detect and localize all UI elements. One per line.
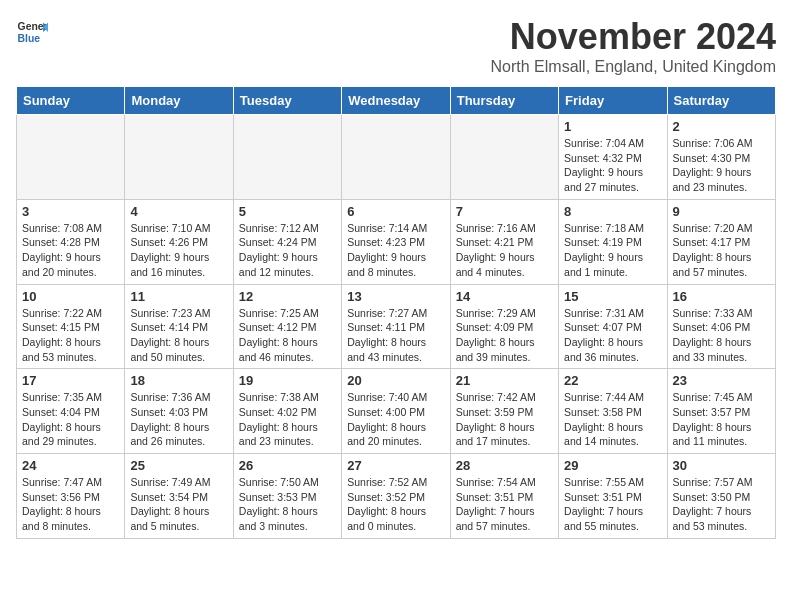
day-info: Sunrise: 7:57 AM Sunset: 3:50 PM Dayligh… <box>673 475 770 534</box>
day-info: Sunrise: 7:14 AM Sunset: 4:23 PM Dayligh… <box>347 221 444 280</box>
calendar-cell <box>125 115 233 200</box>
day-number: 15 <box>564 289 661 304</box>
day-number: 26 <box>239 458 336 473</box>
day-info: Sunrise: 7:10 AM Sunset: 4:26 PM Dayligh… <box>130 221 227 280</box>
day-info: Sunrise: 7:50 AM Sunset: 3:53 PM Dayligh… <box>239 475 336 534</box>
day-info: Sunrise: 7:12 AM Sunset: 4:24 PM Dayligh… <box>239 221 336 280</box>
day-info: Sunrise: 7:18 AM Sunset: 4:19 PM Dayligh… <box>564 221 661 280</box>
calendar-cell: 27Sunrise: 7:52 AM Sunset: 3:52 PM Dayli… <box>342 454 450 539</box>
calendar-cell: 5Sunrise: 7:12 AM Sunset: 4:24 PM Daylig… <box>233 199 341 284</box>
day-info: Sunrise: 7:23 AM Sunset: 4:14 PM Dayligh… <box>130 306 227 365</box>
logo: General Blue <box>16 16 48 48</box>
day-number: 18 <box>130 373 227 388</box>
day-number: 30 <box>673 458 770 473</box>
calendar-cell: 9Sunrise: 7:20 AM Sunset: 4:17 PM Daylig… <box>667 199 775 284</box>
calendar-cell <box>450 115 558 200</box>
day-info: Sunrise: 7:52 AM Sunset: 3:52 PM Dayligh… <box>347 475 444 534</box>
day-number: 12 <box>239 289 336 304</box>
day-info: Sunrise: 7:44 AM Sunset: 3:58 PM Dayligh… <box>564 390 661 449</box>
calendar-cell: 2Sunrise: 7:06 AM Sunset: 4:30 PM Daylig… <box>667 115 775 200</box>
day-number: 11 <box>130 289 227 304</box>
day-info: Sunrise: 7:54 AM Sunset: 3:51 PM Dayligh… <box>456 475 553 534</box>
day-number: 14 <box>456 289 553 304</box>
calendar-cell: 3Sunrise: 7:08 AM Sunset: 4:28 PM Daylig… <box>17 199 125 284</box>
day-number: 1 <box>564 119 661 134</box>
day-info: Sunrise: 7:33 AM Sunset: 4:06 PM Dayligh… <box>673 306 770 365</box>
day-number: 6 <box>347 204 444 219</box>
day-info: Sunrise: 7:04 AM Sunset: 4:32 PM Dayligh… <box>564 136 661 195</box>
calendar-cell: 18Sunrise: 7:36 AM Sunset: 4:03 PM Dayli… <box>125 369 233 454</box>
day-info: Sunrise: 7:29 AM Sunset: 4:09 PM Dayligh… <box>456 306 553 365</box>
calendar-cell: 23Sunrise: 7:45 AM Sunset: 3:57 PM Dayli… <box>667 369 775 454</box>
day-info: Sunrise: 7:49 AM Sunset: 3:54 PM Dayligh… <box>130 475 227 534</box>
week-row-5: 24Sunrise: 7:47 AM Sunset: 3:56 PM Dayli… <box>17 454 776 539</box>
title-area: November 2024 North Elmsall, England, Un… <box>491 16 776 76</box>
calendar-cell <box>342 115 450 200</box>
calendar-cell: 10Sunrise: 7:22 AM Sunset: 4:15 PM Dayli… <box>17 284 125 369</box>
day-number: 27 <box>347 458 444 473</box>
day-info: Sunrise: 7:22 AM Sunset: 4:15 PM Dayligh… <box>22 306 119 365</box>
calendar-cell: 21Sunrise: 7:42 AM Sunset: 3:59 PM Dayli… <box>450 369 558 454</box>
day-number: 4 <box>130 204 227 219</box>
calendar-cell: 29Sunrise: 7:55 AM Sunset: 3:51 PM Dayli… <box>559 454 667 539</box>
weekday-header-thursday: Thursday <box>450 87 558 115</box>
day-info: Sunrise: 7:36 AM Sunset: 4:03 PM Dayligh… <box>130 390 227 449</box>
day-info: Sunrise: 7:06 AM Sunset: 4:30 PM Dayligh… <box>673 136 770 195</box>
day-number: 7 <box>456 204 553 219</box>
calendar-cell: 17Sunrise: 7:35 AM Sunset: 4:04 PM Dayli… <box>17 369 125 454</box>
calendar-cell: 14Sunrise: 7:29 AM Sunset: 4:09 PM Dayli… <box>450 284 558 369</box>
day-number: 19 <box>239 373 336 388</box>
calendar-cell: 20Sunrise: 7:40 AM Sunset: 4:00 PM Dayli… <box>342 369 450 454</box>
calendar-cell: 24Sunrise: 7:47 AM Sunset: 3:56 PM Dayli… <box>17 454 125 539</box>
calendar-cell: 25Sunrise: 7:49 AM Sunset: 3:54 PM Dayli… <box>125 454 233 539</box>
calendar-cell <box>233 115 341 200</box>
day-info: Sunrise: 7:42 AM Sunset: 3:59 PM Dayligh… <box>456 390 553 449</box>
calendar-cell: 11Sunrise: 7:23 AM Sunset: 4:14 PM Dayli… <box>125 284 233 369</box>
day-number: 20 <box>347 373 444 388</box>
day-number: 22 <box>564 373 661 388</box>
day-info: Sunrise: 7:25 AM Sunset: 4:12 PM Dayligh… <box>239 306 336 365</box>
logo-icon: General Blue <box>16 16 48 48</box>
day-info: Sunrise: 7:08 AM Sunset: 4:28 PM Dayligh… <box>22 221 119 280</box>
calendar-cell: 7Sunrise: 7:16 AM Sunset: 4:21 PM Daylig… <box>450 199 558 284</box>
day-info: Sunrise: 7:20 AM Sunset: 4:17 PM Dayligh… <box>673 221 770 280</box>
month-title: November 2024 <box>491 16 776 58</box>
calendar-cell: 26Sunrise: 7:50 AM Sunset: 3:53 PM Dayli… <box>233 454 341 539</box>
weekday-header-friday: Friday <box>559 87 667 115</box>
day-info: Sunrise: 7:38 AM Sunset: 4:02 PM Dayligh… <box>239 390 336 449</box>
day-number: 2 <box>673 119 770 134</box>
calendar-cell <box>17 115 125 200</box>
weekday-header-wednesday: Wednesday <box>342 87 450 115</box>
day-number: 23 <box>673 373 770 388</box>
weekday-header-saturday: Saturday <box>667 87 775 115</box>
day-number: 28 <box>456 458 553 473</box>
day-info: Sunrise: 7:31 AM Sunset: 4:07 PM Dayligh… <box>564 306 661 365</box>
day-number: 29 <box>564 458 661 473</box>
calendar-cell: 12Sunrise: 7:25 AM Sunset: 4:12 PM Dayli… <box>233 284 341 369</box>
calendar-cell: 4Sunrise: 7:10 AM Sunset: 4:26 PM Daylig… <box>125 199 233 284</box>
weekday-header-tuesday: Tuesday <box>233 87 341 115</box>
calendar-table: SundayMondayTuesdayWednesdayThursdayFrid… <box>16 86 776 539</box>
location-title: North Elmsall, England, United Kingdom <box>491 58 776 76</box>
day-number: 17 <box>22 373 119 388</box>
calendar-cell: 22Sunrise: 7:44 AM Sunset: 3:58 PM Dayli… <box>559 369 667 454</box>
calendar-cell: 15Sunrise: 7:31 AM Sunset: 4:07 PM Dayli… <box>559 284 667 369</box>
calendar-cell: 19Sunrise: 7:38 AM Sunset: 4:02 PM Dayli… <box>233 369 341 454</box>
calendar-cell: 28Sunrise: 7:54 AM Sunset: 3:51 PM Dayli… <box>450 454 558 539</box>
svg-text:Blue: Blue <box>18 33 41 44</box>
day-info: Sunrise: 7:45 AM Sunset: 3:57 PM Dayligh… <box>673 390 770 449</box>
day-number: 5 <box>239 204 336 219</box>
week-row-1: 1Sunrise: 7:04 AM Sunset: 4:32 PM Daylig… <box>17 115 776 200</box>
day-number: 16 <box>673 289 770 304</box>
day-number: 21 <box>456 373 553 388</box>
day-number: 25 <box>130 458 227 473</box>
day-number: 24 <box>22 458 119 473</box>
calendar-cell: 6Sunrise: 7:14 AM Sunset: 4:23 PM Daylig… <box>342 199 450 284</box>
week-row-3: 10Sunrise: 7:22 AM Sunset: 4:15 PM Dayli… <box>17 284 776 369</box>
day-number: 9 <box>673 204 770 219</box>
weekday-header-sunday: Sunday <box>17 87 125 115</box>
weekday-header-row: SundayMondayTuesdayWednesdayThursdayFrid… <box>17 87 776 115</box>
calendar-cell: 8Sunrise: 7:18 AM Sunset: 4:19 PM Daylig… <box>559 199 667 284</box>
calendar-cell: 30Sunrise: 7:57 AM Sunset: 3:50 PM Dayli… <box>667 454 775 539</box>
day-number: 13 <box>347 289 444 304</box>
